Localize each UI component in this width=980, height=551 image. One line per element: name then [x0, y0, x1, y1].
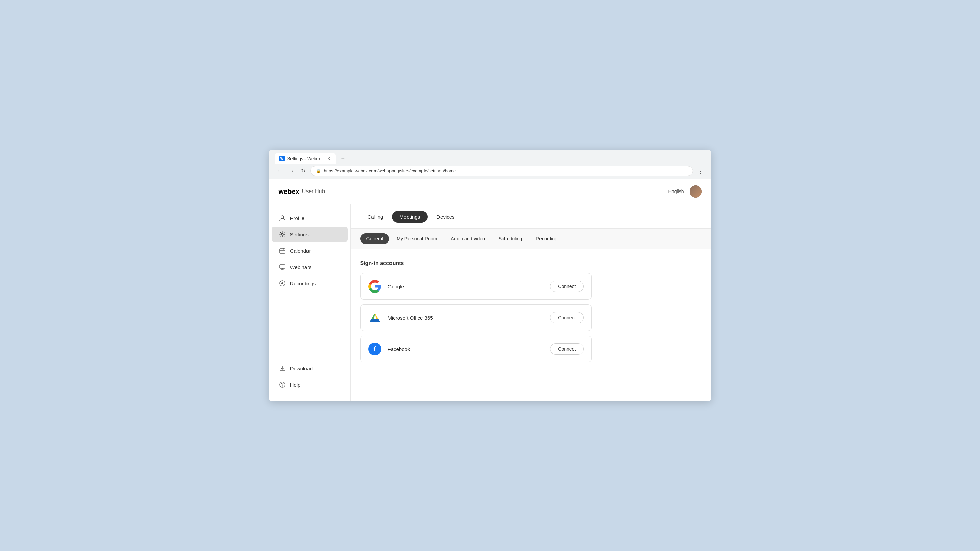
subtab-recording[interactable]: Recording [530, 233, 564, 244]
address-bar[interactable]: 🔒 https://example.webex.com/webappng/sit… [310, 166, 693, 176]
sidebar-item-profile[interactable]: Profile [272, 210, 348, 226]
svg-rect-3 [280, 264, 285, 268]
sub-tabs: General My Personal Room Audio and video… [351, 229, 711, 249]
back-button[interactable]: ← [275, 167, 284, 175]
microsoft-logo [368, 311, 382, 325]
sidebar-label-help: Help [290, 382, 301, 388]
subtab-audio-video[interactable]: Audio and video [445, 233, 491, 244]
sidebar-label-settings: Settings [290, 232, 309, 237]
google-logo [368, 280, 382, 293]
sidebar-item-download[interactable]: Download [272, 360, 348, 376]
sidebar-item-help[interactable]: Help [272, 377, 348, 392]
sidebar-label-profile: Profile [290, 215, 305, 221]
tab-favicon: W [279, 156, 285, 161]
main-layout: Profile Settings [269, 204, 711, 401]
facebook-logo: f [368, 342, 382, 356]
help-icon [278, 381, 286, 389]
forward-button[interactable]: → [287, 167, 296, 175]
facebook-connect-button[interactable]: Connect [550, 343, 583, 355]
section-title: Sign-in accounts [360, 260, 702, 266]
sidebar-item-recordings[interactable]: Recordings [272, 276, 348, 291]
avatar[interactable] [689, 185, 702, 197]
profile-icon [278, 214, 286, 222]
svg-point-5 [281, 282, 283, 284]
settings-icon [278, 231, 286, 238]
sidebar-bottom: Download Help [269, 357, 350, 396]
svg-point-6 [280, 382, 285, 387]
browser-tab[interactable]: W Settings - Webex × [275, 153, 336, 164]
google-account-name: Google [388, 283, 544, 290]
facebook-account-card: f Facebook Connect [360, 336, 592, 362]
google-connect-button[interactable]: Connect [550, 280, 583, 292]
sidebar-item-webinars[interactable]: Webinars [272, 259, 348, 275]
address-text: https://example.webex.com/webappng/sites… [324, 168, 687, 174]
svg-point-1 [281, 233, 283, 236]
user-hub-text: User Hub [302, 188, 325, 194]
language-selector[interactable]: English [668, 189, 684, 194]
subtab-general[interactable]: General [360, 233, 390, 244]
google-account-card: Google Connect [360, 273, 592, 299]
reload-button[interactable]: ↻ [299, 166, 307, 175]
tab-calling[interactable]: Calling [360, 211, 391, 223]
browser-titlebar: W Settings - Webex × + [269, 150, 711, 164]
browser-window: W Settings - Webex × + ← → ↻ 🔒 https://e… [269, 150, 711, 401]
sidebar-nav: Profile Settings [269, 210, 350, 351]
tab-title: Settings - Webex [288, 156, 324, 161]
webex-logo-text: webex [278, 188, 299, 196]
content-area: Calling Meetings Devices General My [351, 204, 711, 401]
sidebar-label-webinars: Webinars [290, 264, 312, 270]
app-window: webex User Hub English [269, 179, 711, 401]
microsoft-account-card: Microsoft Office 365 Connect [360, 304, 592, 331]
sidebar: Profile Settings [269, 204, 351, 401]
browser-menu-button[interactable]: ⋮ [696, 167, 706, 175]
browser-addressbar: ← → ↻ 🔒 https://example.webex.com/webapp… [269, 164, 711, 179]
svg-point-0 [281, 216, 284, 218]
microsoft-connect-button[interactable]: Connect [550, 312, 583, 323]
facebook-icon: f [368, 342, 381, 355]
tab-close-button[interactable]: × [326, 156, 331, 161]
app-logo: webex User Hub [278, 188, 325, 196]
sidebar-label-recordings: Recordings [290, 280, 316, 287]
microsoft-account-name: Microsoft Office 365 [388, 315, 544, 321]
sidebar-item-calendar[interactable]: Calendar [272, 243, 348, 258]
calendar-icon [278, 247, 286, 255]
sidebar-label-calendar: Calendar [290, 248, 311, 254]
tab-meetings[interactable]: Meetings [392, 211, 428, 223]
content-body: Sign-in accounts [351, 249, 711, 373]
webinars-icon [278, 263, 286, 271]
account-cards: Google Connect [360, 273, 592, 362]
download-icon [278, 365, 286, 372]
svg-rect-2 [280, 248, 285, 253]
subtab-personal-room[interactable]: My Personal Room [390, 233, 443, 244]
tab-devices[interactable]: Devices [429, 211, 462, 223]
subtab-scheduling[interactable]: Scheduling [493, 233, 528, 244]
facebook-account-name: Facebook [388, 346, 544, 352]
avatar-image [689, 185, 702, 197]
new-tab-button[interactable]: + [339, 154, 348, 164]
app-header: webex User Hub English [269, 179, 711, 204]
recordings-icon [278, 280, 286, 287]
sidebar-label-download: Download [290, 366, 313, 371]
sidebar-item-settings[interactable]: Settings [272, 226, 348, 242]
top-tabs: Calling Meetings Devices [351, 204, 711, 229]
security-icon: 🔒 [316, 169, 321, 174]
